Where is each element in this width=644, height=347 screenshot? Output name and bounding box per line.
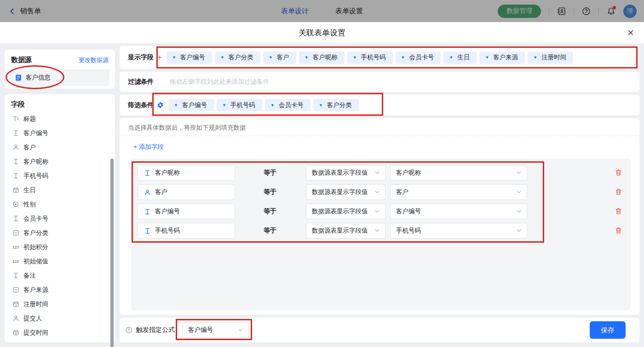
rule-value-select[interactable]: 客户昵称 <box>390 165 527 181</box>
display-field-chip[interactable]: ▼会员卡号 <box>396 51 441 64</box>
field-label: 提交时间 <box>23 329 48 337</box>
triangle-down-icon: ▼ <box>222 103 226 108</box>
sidebar-field-item[interactable]: 客户 <box>5 140 115 154</box>
rule-value-select[interactable]: 客户 <box>390 184 527 200</box>
rule-operator: 等于 <box>264 223 276 239</box>
delete-rule-button[interactable] <box>615 188 622 197</box>
rule-source-select[interactable]: 数据源表显示字段值 <box>306 184 385 200</box>
field-label: 客户昵称 <box>23 158 48 166</box>
text-icon <box>144 228 151 234</box>
notification-bell-icon[interactable] <box>607 7 615 16</box>
calendar-icon <box>12 329 19 336</box>
rule-field-label: 客户昵称 <box>155 169 180 177</box>
triangle-down-icon: ▼ <box>319 103 323 108</box>
avatar[interactable]: 理 <box>623 5 637 18</box>
delete-rule-button[interactable] <box>615 169 622 178</box>
rule-source-select[interactable]: 数据源表显示字段值 <box>306 223 385 239</box>
tab-form-settings[interactable]: 表单设置 <box>335 7 363 16</box>
display-field-chip[interactable]: ▼客户 <box>263 51 296 64</box>
screen-condition-chip[interactable]: ▼客户分类 <box>313 99 359 111</box>
screen-condition-chip[interactable]: ▼客户编号 <box>168 99 214 111</box>
sidebar-field-item[interactable]: 客户昵称 <box>5 154 115 169</box>
sidebar-field-item[interactable]: 123初始储值 <box>5 254 115 268</box>
display-field-chip[interactable]: ▼客户编号 <box>167 51 212 64</box>
text-icon <box>12 172 19 179</box>
triangle-down-icon: ▼ <box>305 55 309 60</box>
trash-icon <box>615 188 622 197</box>
footer-row: ? 触发指定公式 客户编号 保存 <box>120 318 639 342</box>
sidebar-field-item[interactable]: 123初始积分 <box>5 240 115 254</box>
sidebar-field-item[interactable]: 客户来源 <box>5 283 115 297</box>
number-icon: 123 <box>12 259 19 264</box>
fields-scrollbar[interactable] <box>110 159 114 347</box>
sidebar-field-item[interactable]: 性别 <box>5 197 115 211</box>
display-field-chip[interactable]: ▼注册时间 <box>528 51 573 64</box>
chevron-down-icon <box>374 208 380 215</box>
data-manage-button[interactable]: 数据管理 <box>498 5 541 18</box>
select-icon <box>12 229 19 236</box>
chip-label: 注册时间 <box>541 53 566 62</box>
rule-row: 客户编号等于数据源表显示字段值客户编号 <box>131 204 631 219</box>
datasource-item[interactable]: 客户信息 <box>10 69 109 86</box>
chip-label: 客户昵称 <box>313 53 338 62</box>
triangle-down-icon: ▼ <box>533 55 537 60</box>
trash-icon <box>615 227 622 236</box>
triangle-down-icon: ▼ <box>353 55 357 60</box>
screen-condition-chip[interactable]: ▼会员卡号 <box>265 99 310 111</box>
screen-condition-row: 筛选条件 ▼客户编号▼手机号码▼会员卡号▼客户分类 <box>120 95 639 115</box>
rule-source-select[interactable]: 数据源表显示字段值 <box>306 204 385 219</box>
sidebar-field-item[interactable]: 生日 <box>5 183 115 197</box>
triangle-down-icon: ▼ <box>449 55 453 60</box>
help-icon[interactable]: ? <box>125 326 132 334</box>
chip-label: 客户分类 <box>327 101 352 109</box>
address-book-icon[interactable] <box>557 7 566 16</box>
add-display-field-icon[interactable]: + <box>157 53 162 62</box>
display-field-chip[interactable]: ▼客户来源 <box>479 51 525 64</box>
rule-operator: 等于 <box>264 204 276 219</box>
triangle-down-icon: ▼ <box>401 55 405 60</box>
sidebar-field-item[interactable]: 会员卡号 <box>5 211 115 226</box>
rules-hint: 当选择具体数据后，将按如下规则填充数据 <box>128 124 246 132</box>
delete-rule-button[interactable] <box>615 227 622 236</box>
rule-value-select[interactable]: 客户编号 <box>390 204 527 219</box>
sidebar-field-item[interactable]: 客户分类 <box>5 226 115 240</box>
screen-condition-chip[interactable]: ▼手机号码 <box>217 99 262 111</box>
rule-value-select[interactable]: 手机号码 <box>390 223 527 239</box>
rule-source-select[interactable]: 数据源表显示字段值 <box>306 165 385 181</box>
filter-condition-row[interactable]: 过滤条件 拖动左侧字段到此处来添加过滤条件 <box>120 72 639 92</box>
change-datasource-link[interactable]: 更改数据源 <box>79 56 109 64</box>
display-field-chip[interactable]: ▼客户昵称 <box>299 51 345 64</box>
display-field-chip[interactable]: ▼客户分类 <box>215 51 260 64</box>
datasource-name: 客户信息 <box>26 74 51 82</box>
display-field-chip[interactable]: ▼生日 <box>443 51 477 64</box>
sidebar-field-item[interactable]: 提交时间 <box>5 325 115 340</box>
sidebar-field-item[interactable]: 标题 <box>5 112 115 126</box>
chip-label: 会员卡号 <box>279 101 304 109</box>
tab-form-design[interactable]: 表单设计 <box>281 7 309 16</box>
trigger-formula-select[interactable]: 客户编号 <box>182 322 249 338</box>
chip-label: 手机号码 <box>361 53 386 62</box>
add-field-link[interactable]: + 添加字段 <box>133 143 164 151</box>
sidebar-field-item[interactable]: 备注 <box>5 268 115 283</box>
delete-rule-button[interactable] <box>615 207 622 216</box>
rule-row: 客户等于数据源表显示字段值客户 <box>131 184 631 200</box>
trigger-formula-label: 触发指定公式 <box>136 326 175 334</box>
chevron-down-icon <box>374 228 380 234</box>
trash-icon <box>615 207 622 216</box>
radio-icon <box>12 201 19 208</box>
triangle-down-icon: ▼ <box>485 55 489 60</box>
back-button[interactable] <box>8 7 16 15</box>
close-icon[interactable]: × <box>627 27 634 38</box>
sidebar-field-item[interactable]: 客户编号 <box>5 126 115 140</box>
chip-label: 手机号码 <box>230 101 255 109</box>
sidebar-field-item[interactable]: 提交人 <box>5 311 115 325</box>
gear-icon[interactable] <box>157 102 164 108</box>
save-button[interactable]: 保存 <box>590 321 626 339</box>
sidebar-field-item[interactable]: 手机号码 <box>5 169 115 183</box>
rule-source-value: 数据源表显示字段值 <box>312 188 368 196</box>
sidebar-field-item[interactable]: 注册时间 <box>5 297 115 311</box>
display-field-chip[interactable]: ▼手机号码 <box>347 51 393 64</box>
rule-source-value: 数据源表显示字段值 <box>312 169 368 177</box>
plus-icon: + <box>133 143 137 150</box>
help-icon[interactable]: ? <box>582 7 591 16</box>
